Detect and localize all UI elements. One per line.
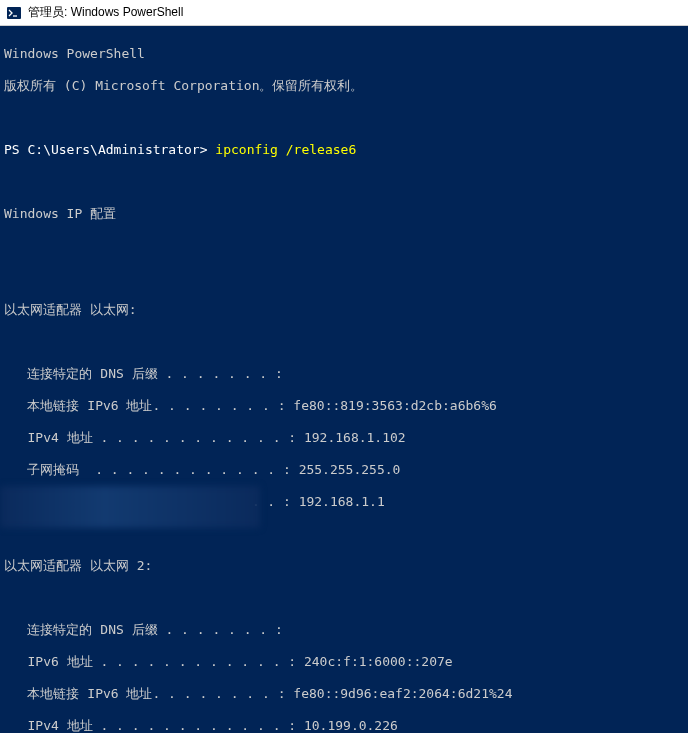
- svg-rect-0: [7, 7, 21, 19]
- command-1: ipconfig /release6: [215, 142, 356, 157]
- redacted-region: [0, 486, 260, 528]
- adapter-2-ipv4: IPv4 地址 . . . . . . . . . . . . : 10.199…: [4, 718, 684, 733]
- blank-line: [4, 590, 684, 606]
- adapter-1-dns: 连接特定的 DNS 后缀 . . . . . . . :: [4, 366, 684, 382]
- terminal-body[interactable]: Windows PowerShell 版权所有 (C) Microsoft Co…: [0, 26, 688, 733]
- window-title: 管理员: Windows PowerShell: [28, 4, 183, 21]
- window-titlebar: 管理员: Windows PowerShell: [0, 0, 688, 26]
- adapter-2-linklocal-ipv6: 本地链接 IPv6 地址. . . . . . . . : fe80::9d96…: [4, 686, 684, 702]
- adapter-1-mask: 子网掩码 . . . . . . . . . . . . : 255.255.2…: [4, 462, 684, 478]
- adapter-2-title: 以太网适配器 以太网 2:: [4, 558, 684, 574]
- blank-line: [4, 174, 684, 190]
- prompt-line-1: PS C:\Users\Administrator> ipconfig /rel…: [4, 142, 684, 158]
- adapter-1-linklocal-ipv6: 本地链接 IPv6 地址. . . . . . . . : fe80::819:…: [4, 398, 684, 414]
- prompt: PS C:\Users\Administrator>: [4, 142, 208, 157]
- blank-line: [4, 526, 684, 542]
- blank-line: [4, 238, 684, 254]
- adapter-1-ipv4: IPv4 地址 . . . . . . . . . . . . : 192.16…: [4, 430, 684, 446]
- adapter-2-dns: 连接特定的 DNS 后缀 . . . . . . . :: [4, 622, 684, 638]
- adapter-2-ipv6: IPv6 地址 . . . . . . . . . . . . : 240c:f…: [4, 654, 684, 670]
- ps-copyright: 版权所有 (C) Microsoft Corporation。保留所有权利。: [4, 78, 684, 94]
- blank-line: [4, 110, 684, 126]
- blank-line: [4, 334, 684, 350]
- blank-line: [4, 270, 684, 286]
- powershell-icon: [6, 5, 22, 21]
- adapter-1-title: 以太网适配器 以太网:: [4, 302, 684, 318]
- ps-header: Windows PowerShell: [4, 46, 684, 62]
- ip-config-header: Windows IP 配置: [4, 206, 684, 222]
